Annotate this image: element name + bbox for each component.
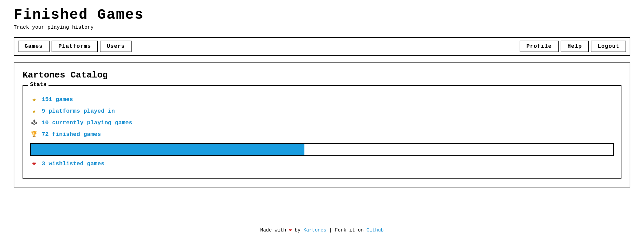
main-content: Kartones Catalog Stats ★ 151 games ★ 9 p… xyxy=(14,62,630,187)
app-subtitle: Track your playing history xyxy=(14,25,630,30)
stat-games-text: 151 games xyxy=(42,96,73,103)
stat-finished-text: 72 finished games xyxy=(42,131,101,138)
nav-left: Games Platforms Users xyxy=(18,41,132,52)
stat-row-finished: 🏆 72 finished games xyxy=(30,130,614,138)
nav-btn-logout[interactable]: Logout xyxy=(591,41,626,52)
nav-btn-games[interactable]: Games xyxy=(18,41,50,52)
stat-wishlisted-text: 3 wishlisted games xyxy=(42,160,105,167)
nav-btn-help[interactable]: Help xyxy=(561,41,589,52)
progress-bar-container xyxy=(30,143,614,156)
footer-text-before: Made with xyxy=(260,227,286,233)
heart-icon: ❤ xyxy=(30,159,38,168)
star-icon-games: ★ xyxy=(30,95,38,103)
nav-right: Profile Help Logout xyxy=(520,41,626,52)
app-title: Finished Games xyxy=(14,7,630,23)
stat-row-playing: 🕹 10 currently playing games xyxy=(30,118,614,127)
nav-btn-platforms[interactable]: Platforms xyxy=(52,41,98,52)
nav-btn-users[interactable]: Users xyxy=(100,41,132,52)
star-icon-platforms: ★ xyxy=(30,107,38,115)
footer: Made with ❤ by Kartones | Fork it on Git… xyxy=(0,221,644,239)
navbar: Games Platforms Users Profile Help Logou… xyxy=(14,37,630,56)
stat-row-platforms: ★ 9 platforms played in xyxy=(30,107,614,115)
footer-separator: | Fork it on xyxy=(329,227,367,233)
catalog-title: Kartones Catalog xyxy=(23,70,621,80)
page-header: Finished Games Track your playing histor… xyxy=(0,0,644,34)
stat-playing-text: 10 currently playing games xyxy=(42,120,132,126)
stat-platforms-text: 9 platforms played in xyxy=(42,108,115,114)
nav-btn-profile[interactable]: Profile xyxy=(520,41,559,52)
footer-heart-icon: ❤ xyxy=(289,227,295,233)
stats-box: Stats ★ 151 games ★ 9 platforms played i… xyxy=(23,85,621,179)
controller-icon: 🕹 xyxy=(30,118,38,127)
footer-github-link[interactable]: Github xyxy=(367,227,384,233)
stat-row-games: ★ 151 games xyxy=(30,95,614,103)
trophy-icon: 🏆 xyxy=(30,130,38,138)
progress-bar-fill xyxy=(31,144,304,155)
stats-legend: Stats xyxy=(28,82,49,88)
footer-text-middle: by xyxy=(295,227,301,233)
stat-row-wishlisted: ❤ 3 wishlisted games xyxy=(30,159,614,168)
footer-author-link[interactable]: Kartones xyxy=(303,227,326,233)
